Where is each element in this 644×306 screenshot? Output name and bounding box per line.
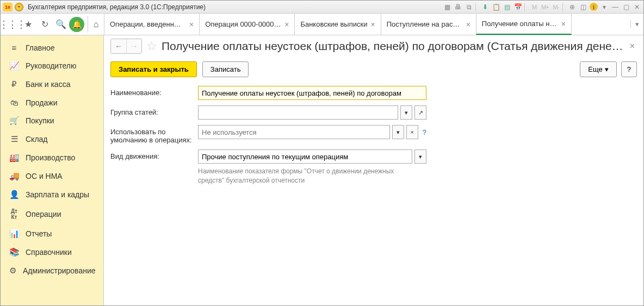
apps-icon[interactable]: ⋮⋮⋮ [4,16,20,33]
favorite-icon[interactable]: ★ [20,16,36,33]
more-button[interactable]: Еще▾ [580,61,616,77]
scale-m-plus-icon[interactable]: M+ [541,3,549,11]
calculator-icon[interactable]: ▤ [503,3,511,11]
movement-label: Вид движения: [110,149,195,160]
more-tabs-icon[interactable]: ▾ [630,20,643,28]
sidebar-item-production[interactable]: 🏭Производство [1,148,103,167]
titlebar-icons: ▦ 🖶 ⧉ ⬇ 📋 ▤ 📅 M M+ M- ⊕ ◫ i ▾ — ▢ ✕ [443,3,641,11]
close-icon[interactable]: × [370,20,375,29]
movement-input[interactable] [198,149,412,164]
name-label: Наименование: [110,86,195,97]
nav-forward-icon: → [126,39,141,53]
save-close-button[interactable]: Записать и закрыть [110,61,197,77]
sidebar-item-label: Главное [26,43,55,52]
home-icon[interactable]: ⌂ [88,16,104,33]
action-row: Записать и закрыть Записать Еще▾ ? [110,61,637,77]
default-dropdown-icon[interactable]: ▾ [392,125,404,139]
print-preview-icon[interactable]: ▦ [443,3,451,11]
download-icon[interactable]: ⬇ [481,3,490,11]
chevron-down-icon: ▾ [605,65,609,73]
group-open-icon[interactable]: ↗ [414,105,426,120]
sidebar-item-label: Продажи [26,98,57,107]
separator [562,3,566,11]
sidebar-item-operations[interactable]: Дт КтОперации [1,204,103,224]
open-tabs: Операции, введенные в...× Операция 0000-… [104,14,630,35]
zoom-icon[interactable]: ⊕ [568,3,577,11]
chart-icon: 📈 [9,61,19,71]
sidebar-item-label: Покупки [26,116,54,125]
group-label: Группа статей: [110,105,195,116]
sidebar-item-reports[interactable]: 📊Отчеты [1,224,103,243]
app-menu-icon[interactable]: ▾ [15,3,23,11]
tab-penalty-payment[interactable]: Получение оплаты неус...× [476,14,572,35]
main-toolbar: ⋮⋮⋮ ★ ↻ 🔍 🔔 ⌂ Операции, введенные в...× … [1,14,643,35]
history-icon[interactable]: ↻ [36,16,53,33]
sidebar-item-label: Зарплата и кадры [26,190,89,199]
close-page-icon[interactable]: × [628,41,637,51]
movement-hint: Наименование показателя формы "Отчет о д… [198,167,416,185]
close-icon[interactable]: × [284,20,289,29]
truck-icon: 🚚 [9,171,19,181]
page-title: Получение оплаты неустоек (штрафов, пене… [162,40,623,53]
group-input[interactable] [198,105,398,120]
default-label: Использовать по умолчанию в операциях: [110,125,195,144]
default-clear-icon[interactable]: × [406,125,418,139]
close-icon[interactable]: × [561,20,566,28]
scale-m-minus-icon[interactable]: M- [552,3,560,11]
sidebar-item-label: Администрирование [23,266,96,275]
favorite-star-icon[interactable]: ☆ [146,39,157,53]
sidebar-item-purchases[interactable]: 🛒Покупки [1,111,103,130]
dropdown-icon[interactable]: ▾ [600,3,609,11]
sidebar-item-label: Склад [26,135,48,143]
panel-icon[interactable]: ◫ [579,3,587,11]
compare-icon[interactable]: ⧉ [465,3,473,11]
page-header: ← → ☆ Получение оплаты неустоек (штрафов… [110,39,637,54]
close-window-icon[interactable]: ✕ [633,3,641,11]
notifications-icon[interactable]: 🔔 [69,17,84,32]
sidebar-item-label: ОС и НМА [26,172,63,180]
sidebar-item-admin[interactable]: ⚙Администрирование [1,261,103,280]
close-icon[interactable]: × [189,20,194,29]
scale-m-icon[interactable]: M [530,3,538,11]
info-icon[interactable]: i [590,3,598,11]
window-titlebar: 1e ▾ Бухгалтерия предприятия, редакция 3… [1,1,643,14]
tab-operations-entered[interactable]: Операции, введенные в...× [104,14,199,35]
sidebar-item-label: Руководителю [26,61,76,70]
ruble-icon: ₽ [9,79,19,89]
toolbar-left: ⋮⋮⋮ ★ ↻ 🔍 🔔 [1,16,88,33]
gear-icon: ⚙ [9,266,16,276]
person-icon: 👤 [9,190,19,199]
calendar-icon[interactable]: 📅 [513,3,522,11]
default-input[interactable] [198,125,390,139]
sidebar-item-label: Банк и касса [26,80,70,89]
nav-back-icon[interactable]: ← [111,39,126,53]
sidebar-item-main[interactable]: ≡Главное [1,39,103,57]
sidebar-item-catalogs[interactable]: 📚Справочники [1,243,103,261]
movement-dropdown-icon[interactable]: ▾ [414,149,426,164]
clipboard-icon[interactable]: 📋 [492,3,500,11]
save-button[interactable]: Записать [202,61,249,77]
window-title: Бухгалтерия предприятия, редакция 3.0 (1… [28,3,441,11]
search-icon[interactable]: 🔍 [53,16,69,33]
sidebar-item-manager[interactable]: 📈Руководителю [1,57,103,75]
sidebar-item-sales[interactable]: 🛍Продажи [1,93,103,111]
sidebar-item-bank[interactable]: ₽Банк и касса [1,75,103,93]
sidebar-item-assets[interactable]: 🚚ОС и НМА [1,167,103,185]
tab-incoming-payment[interactable]: Поступление на расчет...× [381,14,476,35]
maximize-icon[interactable]: ▢ [622,3,630,11]
tab-bank-statements[interactable]: Банковские выписки× [294,14,380,35]
help-button[interactable]: ? [621,61,637,77]
sidebar-item-warehouse[interactable]: ☰Склад [1,130,103,148]
group-dropdown-icon[interactable]: ▾ [400,105,412,120]
close-icon[interactable]: × [466,20,470,29]
form: Наименование: Группа статей: ▾ ↗ Использ… [110,86,637,185]
sidebar-item-salary[interactable]: 👤Зарплата и кадры [1,185,103,204]
separator [524,3,528,11]
print-icon[interactable]: 🖶 [454,3,462,11]
field-help-icon[interactable]: ? [423,128,426,136]
tab-operation-0000-000007[interactable]: Операция 0000-000007 ...× [199,14,294,35]
separator [475,3,479,11]
name-input[interactable] [198,86,426,100]
minimize-icon[interactable]: — [611,3,620,11]
content-area: ← → ☆ Получение оплаты неустоек (штрафов… [104,35,643,305]
